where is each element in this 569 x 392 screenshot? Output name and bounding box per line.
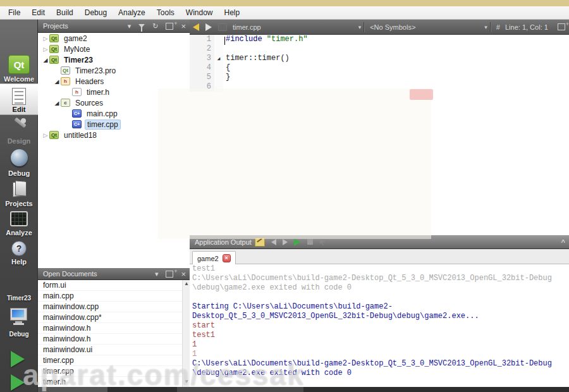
open-documents-header: Open Documents ▾ × — [38, 268, 190, 280]
open-document-item[interactable]: main.cpp — [38, 291, 182, 302]
qt-project-icon: Qt — [49, 34, 59, 42]
open-document-item[interactable]: timer.h — [38, 377, 182, 387]
cpp-file-icon: C+ — [72, 109, 82, 118]
go-forward-icon[interactable] — [205, 23, 212, 31]
tree-item[interactable]: htimer.h — [38, 87, 190, 97]
open-document-item[interactable]: mainwindow.ui — [38, 345, 182, 355]
open-document-item[interactable]: mainwindow.h — [38, 334, 182, 345]
menu-tools[interactable]: Tools — [151, 7, 180, 18]
code-editor[interactable]: 1#include "timer.h"23◢timer::timer()4{5}… — [190, 35, 569, 235]
pro-file-icon: Qt — [61, 66, 70, 75]
menu-debug[interactable]: Debug — [79, 7, 113, 18]
open-document-item[interactable]: mainwindow.cpp — [38, 302, 182, 312]
console-output[interactable]: test1C:\Users\aLi\Documents\build-game2-… — [190, 264, 569, 387]
cpp-file-icon: C+ — [72, 120, 82, 128]
tree-item[interactable]: ◢QtTimer23 — [38, 54, 190, 65]
output-tab-game2[interactable]: game2 × — [192, 251, 236, 265]
console-line: Starting C:\Users\aLi\Documents\build-ga… — [192, 302, 569, 312]
run-button[interactable] — [11, 351, 25, 367]
panel-dropdown-icon[interactable]: ▾ — [151, 270, 162, 278]
menu-bar: FileEditBuildDebugAnalyzeToolsWindowHelp — [0, 6, 569, 20]
fold-marker-icon[interactable]: ◢ — [214, 54, 223, 63]
tree-item-label: timer.cpp — [85, 119, 121, 130]
open-document-item[interactable]: timer.cpp — [38, 366, 182, 377]
expander-icon[interactable]: ▷ — [42, 46, 49, 52]
previous-item-icon[interactable] — [271, 239, 276, 245]
split-panel-icon[interactable] — [166, 23, 173, 30]
editor-line[interactable]: 5} — [190, 73, 569, 82]
line-number: 5 — [190, 73, 214, 82]
tree-item[interactable]: C+timer.cpp — [38, 119, 190, 130]
tree-item[interactable]: QtTimer23.pro — [38, 65, 190, 76]
expander-icon[interactable]: ◢ — [53, 78, 61, 85]
tree-item[interactable]: ▷Qtuntitled18 — [38, 130, 190, 140]
sidebar-item-edit[interactable]: Edit — [0, 83, 38, 115]
line-number: 3 — [190, 54, 214, 63]
close-panel-icon[interactable]: × — [177, 21, 190, 31]
kit-selector-icon[interactable] — [9, 307, 28, 326]
text-cursor — [224, 37, 225, 45]
code-text: #include "timer.h" — [223, 35, 308, 44]
split-panel-icon[interactable] — [166, 271, 173, 278]
rerun-icon[interactable] — [294, 238, 300, 246]
qt-logo-icon[interactable]: Qt — [8, 55, 30, 74]
menu-build[interactable]: Build — [51, 7, 79, 18]
line-number: 6 — [190, 82, 214, 92]
chevron-down-icon[interactable]: ▾ — [358, 24, 362, 30]
console-line: \debug\game2.exe exited with code 0 — [192, 283, 569, 293]
maximize-panel-icon[interactable]: ^ — [558, 238, 569, 246]
filter-icon[interactable] — [138, 24, 145, 28]
sidebar-item-help[interactable]: Help — [0, 258, 38, 266]
tree-item[interactable]: ▷QtMyNote — [38, 44, 190, 54]
tree-item-label: Sources — [73, 99, 105, 107]
open-document-item[interactable]: form.ui — [38, 280, 182, 291]
menu-analyze[interactable]: Analyze — [113, 7, 151, 18]
go-back-icon[interactable] — [193, 23, 199, 31]
open-in-editor-icon[interactable] — [255, 238, 265, 247]
editor-line[interactable]: 4{ — [190, 63, 569, 73]
tree-item[interactable]: ◢hHeaders — [38, 76, 190, 87]
cursor-position: Line: 1, Col: 1 — [503, 23, 551, 31]
split-editor-icon[interactable] — [558, 23, 565, 30]
documents-scrollbar[interactable]: ▲ ▼ — [182, 280, 190, 387]
headers-folder-icon: h — [61, 77, 70, 85]
console-line — [192, 293, 569, 302]
line-number: 2 — [190, 44, 214, 54]
sidebar-item-analyze[interactable]: Analyze — [0, 229, 38, 236]
panel-dropdown-icon[interactable]: ▾ — [124, 22, 135, 30]
chevron-down-icon[interactable]: ▾ — [484, 24, 487, 30]
sync-with-editor-icon[interactable]: ↻ — [149, 22, 162, 30]
sidebar-item-debug[interactable]: Debug — [0, 169, 38, 177]
close-tab-icon[interactable]: × — [223, 254, 231, 262]
open-document-item[interactable]: mainwindow.h — [38, 323, 182, 334]
editor-line[interactable]: 6 — [190, 82, 569, 92]
console-line: C:\Users\aLi\Documents\build-game2-Deskt… — [192, 274, 569, 283]
design-wand-icon — [11, 118, 27, 135]
editor-line[interactable]: 3◢timer::timer() — [190, 54, 569, 63]
tree-item[interactable]: ▷Qtgame2 — [38, 33, 190, 44]
editor-line[interactable]: 1#include "timer.h" — [190, 35, 569, 44]
expander-icon[interactable]: ▷ — [42, 132, 49, 138]
start-debugging-button[interactable] — [11, 374, 25, 391]
close-panel-icon[interactable]: × — [177, 269, 190, 279]
open-document-item[interactable]: mainwindow.cpp* — [38, 312, 182, 323]
tree-item[interactable]: ◢cSources — [38, 97, 190, 108]
sidebar-item-welcome[interactable]: Welcome — [0, 75, 38, 83]
editor-line[interactable]: 2 — [190, 44, 569, 54]
console-line: start — [192, 321, 569, 331]
menu-help[interactable]: Help — [219, 7, 246, 18]
open-file-dropdown[interactable]: timer.cpp — [230, 23, 264, 31]
expander-icon[interactable]: ◢ — [42, 57, 49, 63]
open-document-item[interactable]: timer.cpp — [38, 355, 182, 366]
menu-edit[interactable]: Edit — [26, 7, 51, 18]
symbols-dropdown[interactable]: <No Symbols> — [367, 23, 418, 31]
projects-panel-header: Projects ▾ ↻ × — [38, 20, 190, 33]
expander-icon[interactable]: ◢ — [53, 100, 61, 106]
next-item-icon[interactable] — [283, 239, 288, 245]
expander-icon[interactable]: ▷ — [42, 35, 49, 42]
sidebar-item-projects[interactable]: Projects — [0, 200, 38, 207]
tree-item[interactable]: C+main.cpp — [38, 108, 190, 119]
open-documents-title: Open Documents — [38, 270, 97, 278]
menu-file[interactable]: File — [3, 7, 26, 18]
menu-window[interactable]: Window — [180, 7, 219, 18]
